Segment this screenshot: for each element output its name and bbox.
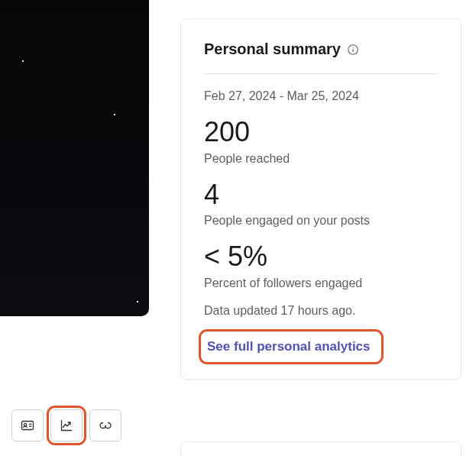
metric-value: 200 (204, 117, 438, 147)
data-updated-text: Data updated 17 hours ago. (204, 304, 438, 318)
see-full-analytics-link[interactable]: See full personal analytics (207, 339, 371, 354)
metric-value: 4 (204, 179, 438, 210)
svg-point-6 (352, 47, 353, 47)
metric-label: People engaged on your posts (204, 214, 438, 228)
metric-people-reached: 200 People reached (204, 117, 438, 166)
metric-label: People reached (204, 152, 438, 166)
link-button[interactable] (89, 409, 121, 441)
metric-label: Percent of followers engaged (204, 277, 438, 290)
profile-toolbar (11, 409, 121, 441)
metric-percent-engaged: < 5% Percent of followers engaged (204, 241, 438, 290)
analytics-chart-icon (59, 418, 74, 433)
card-title: Personal summary (204, 40, 341, 58)
contact-card-button[interactable] (11, 409, 44, 441)
info-icon[interactable] (347, 44, 359, 56)
cover-photo (0, 0, 149, 316)
link-icon (98, 418, 113, 433)
metric-value: < 5% (204, 241, 438, 272)
svg-rect-0 (22, 422, 34, 430)
metric-people-engaged: 4 People engaged on your posts (204, 179, 438, 228)
contact-card-icon (20, 418, 35, 433)
next-card-peek (180, 441, 461, 456)
analytics-button[interactable] (50, 409, 83, 441)
personal-summary-card: Personal summary Feb 27, 2024 - Mar 25, … (180, 18, 461, 380)
analytics-link-highlight: See full personal analytics (204, 335, 378, 359)
date-range: Feb 27, 2024 - Mar 25, 2024 (204, 89, 438, 103)
svg-point-1 (24, 423, 26, 425)
